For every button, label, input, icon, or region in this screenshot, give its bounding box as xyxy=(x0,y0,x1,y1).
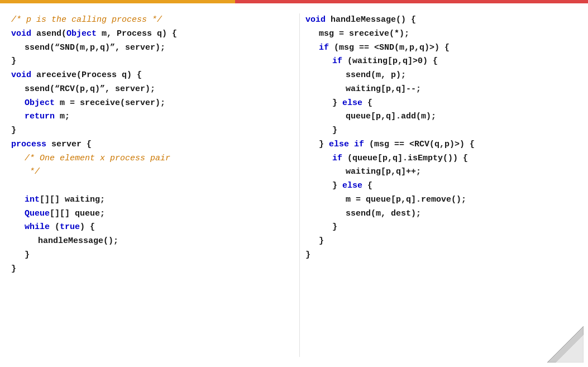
code-line: ssend(“RCV(p,q)”, server); xyxy=(11,83,283,97)
code-line: void areceive(Process q) { xyxy=(11,69,283,83)
code-line: Object m = sreceive(server); xyxy=(11,97,283,111)
code-line: msg = sreceive(*); xyxy=(305,27,577,41)
code-line: ssend(m, dest); xyxy=(305,207,577,221)
code-line: } xyxy=(11,55,283,69)
code-line: ssend(m, p); xyxy=(305,69,577,83)
column-divider xyxy=(299,13,300,357)
code-line: queue[p,q].add(m); xyxy=(305,110,577,124)
code-line: handleMessage(); xyxy=(11,235,283,249)
code-line: } xyxy=(305,124,577,138)
right-column: void handleMessage() {msg = sreceive(*);… xyxy=(305,13,577,357)
code-line: } xyxy=(11,263,283,277)
code-line: int[][] waiting; xyxy=(11,193,283,207)
left-column: /* p is the calling process */void asend… xyxy=(11,13,294,357)
code-line: */ xyxy=(11,165,283,179)
corner-decoration xyxy=(536,315,584,363)
code-line: if (msg == <SND(m,p,q)>) { xyxy=(305,41,577,55)
code-line: } xyxy=(305,221,577,235)
svg-marker-1 xyxy=(556,335,584,363)
code-line xyxy=(11,179,283,193)
code-line: return m; xyxy=(11,110,283,124)
code-line: void asend(Object m, Process q) { xyxy=(11,27,283,41)
code-line: m = queue[p,q].remove(); xyxy=(305,193,577,207)
code-line: } xyxy=(11,249,283,263)
code-line: } else if (msg == <RCV(q,p)>) { xyxy=(305,138,577,152)
code-line: void handleMessage() { xyxy=(305,13,577,27)
code-line: /* p is the calling process */ xyxy=(11,13,283,27)
code-container: /* p is the calling process */void asend… xyxy=(0,3,588,367)
page-wrapper: /* p is the calling process */void asend… xyxy=(0,0,588,367)
code-line: Queue[][] queue; xyxy=(11,207,283,221)
code-line: waiting[p,q]++; xyxy=(305,165,577,179)
code-line: process server { xyxy=(11,138,283,152)
code-line: } xyxy=(11,124,283,138)
code-line: } else { xyxy=(305,179,577,193)
code-line: waiting[p,q]--; xyxy=(305,83,577,97)
code-line: } else { xyxy=(305,97,577,111)
code-line: /* One element x process pair xyxy=(11,152,283,166)
code-line: if (queue[p,q].isEmpty()) { xyxy=(305,152,577,166)
code-line: } xyxy=(305,249,577,263)
code-line: } xyxy=(305,235,577,249)
code-line: while (true) { xyxy=(11,221,283,235)
code-line: if (waiting[p,q]>0) { xyxy=(305,55,577,69)
code-line: ssend(“SND(m,p,q)”, server); xyxy=(11,41,283,55)
